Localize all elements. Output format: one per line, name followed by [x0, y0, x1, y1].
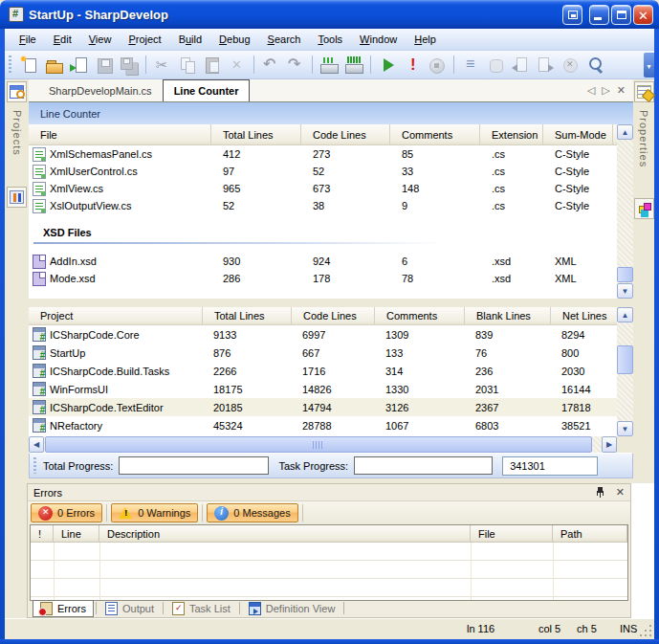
scroll-down-icon[interactable]: ▼ [617, 421, 633, 436]
resize-grip[interactable] [640, 625, 652, 637]
column-header[interactable]: Net Lines [551, 307, 622, 324]
bottom-tab[interactable]: Task List [165, 600, 237, 617]
scroll-down-icon[interactable]: ▼ [617, 283, 633, 299]
toolbar-overflow-button[interactable]: ▾ [644, 53, 654, 78]
scroll-right-icon[interactable]: ▶ [602, 436, 617, 453]
project-row[interactable]: ICSharpCode.TextEditor 20185 14794 3126 … [29, 398, 617, 416]
doc-arrow-button[interactable] [68, 55, 91, 76]
bottom-tab[interactable]: Definition View [242, 600, 342, 617]
new-file-button[interactable] [18, 55, 41, 76]
file-row[interactable]: XslOutputView.cs 52 38 9 .cs C-Style [29, 197, 617, 214]
column-header[interactable]: Path [553, 525, 627, 542]
menu-item-view[interactable]: View [80, 29, 121, 50]
scroll-tabs-right-icon[interactable]: ▷ [602, 84, 609, 97]
file-row[interactable]: AddIn.xsd 930 924 6 .xsd XML [29, 253, 617, 270]
close-button[interactable]: ✕ [633, 5, 653, 25]
project-table-scrollbar[interactable]: ▲ ▼ [617, 307, 633, 436]
project-row[interactable]: ICSharpCode.Core 9133 6997 1309 839 8294 [29, 325, 617, 344]
properties-pad-label[interactable]: Properties [638, 110, 649, 167]
menu-item-file[interactable]: File [11, 29, 45, 50]
column-header[interactable]: Comments [375, 307, 465, 324]
title-bar[interactable]: StartUp - SharpDevelop ✕ [0, 0, 659, 29]
column-header[interactable]: File [29, 124, 211, 144]
column-header[interactable]: ! [31, 525, 54, 542]
rebuild-button[interactable] [342, 55, 365, 76]
file-row[interactable]: XmlSchemasPanel.cs 412 273 85 .cs C-Styl… [29, 145, 617, 163]
close-document-icon[interactable]: ✕ [617, 84, 626, 97]
column-header[interactable]: Code Lines [301, 124, 390, 144]
progress-counter[interactable]: 341301 [502, 456, 598, 476]
menu-item-tools[interactable]: Tools [309, 29, 351, 50]
maximize-icon [617, 11, 626, 19]
file-row[interactable]: XmlUserControl.cs 97 52 33 .cs C-Style [29, 163, 617, 180]
scroll-up-icon[interactable]: ▲ [617, 124, 633, 140]
hscrollbar-thumb[interactable] [45, 436, 592, 453]
project-row[interactable]: ICSharpCode.Build.Tasks 2266 1716 314 23… [29, 362, 617, 380]
scrollbar-thumb[interactable] [617, 267, 633, 282]
projects-pad-label[interactable]: Projects [11, 110, 23, 156]
project-row[interactable]: NRefactory 45324 28788 1067 6803 38521 [29, 416, 617, 434]
menu-item-project[interactable]: Project [120, 29, 169, 50]
panel-splitter[interactable] [29, 299, 633, 307]
menu-item-help[interactable]: Help [406, 29, 445, 50]
minimize-button[interactable] [589, 5, 609, 25]
sum-mode-cell: XML [543, 255, 613, 267]
column-header[interactable]: Blank Lines [465, 307, 551, 324]
list-button[interactable] [459, 55, 482, 76]
file-table-scrollbar[interactable]: ▲ ▼ [617, 124, 633, 299]
filter-toggle-button[interactable]: 0 Messages [207, 503, 297, 522]
sum-mode-cell: C-Style [543, 148, 613, 160]
column-header[interactable]: Total Lines [211, 124, 301, 144]
menu-item-debug[interactable]: Debug [210, 29, 258, 50]
bottom-tab[interactable]: Output [99, 600, 161, 617]
column-header[interactable]: File [471, 525, 553, 542]
filter-toggle-button[interactable]: 0 Warnings [111, 503, 198, 522]
menu-item-search[interactable]: Search [259, 29, 310, 50]
file-row[interactable]: Mode.xsd 286 178 78 .xsd XML [29, 270, 617, 287]
build-button[interactable] [318, 55, 340, 76]
errors-close-icon[interactable]: ✕ [616, 487, 625, 498]
toolbox-pad-button[interactable] [634, 198, 654, 219]
column-header[interactable]: Project [29, 307, 203, 324]
abort-button[interactable] [401, 55, 424, 76]
errors-panel-titlebar[interactable]: Errors ✕ [28, 484, 630, 501]
search-button[interactable] [583, 55, 606, 76]
scrollbar-thumb[interactable] [617, 345, 633, 374]
properties-pad-button[interactable] [634, 81, 654, 102]
open-file-button[interactable] [43, 55, 66, 76]
sum-mode-cell: XML [543, 273, 613, 284]
project-row[interactable]: StartUp 876 667 133 76 800 [29, 344, 617, 362]
project-table-hscrollbar[interactable]: ◀ ▶ [29, 436, 617, 453]
maximize-button[interactable] [611, 5, 631, 25]
filter-toggle-button[interactable]: 0 Errors [31, 503, 102, 522]
button-separator [202, 504, 203, 522]
errors-grid-body[interactable] [31, 543, 627, 600]
column-header[interactable]: Code Lines [292, 307, 375, 324]
xsd-section: XSD Files [29, 227, 617, 244]
dock-layout-button[interactable] [562, 5, 582, 25]
document-tab[interactable]: SharpDevelopMain.cs [38, 80, 163, 101]
file-row[interactable]: XmlView.cs 965 673 148 .cs C-Style [29, 180, 617, 197]
menu-item-build[interactable]: Build [170, 29, 210, 50]
toolbar-grip[interactable] [9, 56, 13, 75]
scroll-up-icon[interactable]: ▲ [617, 307, 633, 322]
menu-item-edit[interactable]: Edit [45, 29, 80, 50]
scroll-tabs-left-icon[interactable]: ◁ [587, 84, 595, 97]
project-row[interactable]: WinFormsUI 18175 14826 1330 2031 16144 [29, 380, 617, 398]
column-header[interactable]: Line [54, 525, 99, 542]
menu-item-window[interactable]: Window [351, 29, 406, 50]
progress-grip[interactable] [33, 457, 38, 474]
column-header[interactable]: Extension [480, 124, 543, 144]
run-button[interactable] [376, 55, 399, 76]
tools-pad-button[interactable] [7, 187, 27, 208]
column-header[interactable]: Sum-Mode [543, 124, 613, 144]
pin-icon[interactable] [595, 486, 606, 499]
column-header[interactable]: Total Lines [203, 307, 292, 324]
bottom-tab[interactable]: Errors [33, 600, 94, 617]
column-header[interactable]: Description [99, 525, 471, 542]
projects-pad-button[interactable] [7, 81, 27, 102]
toolbar: ▾ [5, 51, 654, 79]
scroll-left-icon[interactable]: ◀ [29, 436, 44, 453]
document-tab[interactable]: Line Counter [163, 79, 251, 101]
column-header[interactable]: Comments [390, 124, 480, 144]
